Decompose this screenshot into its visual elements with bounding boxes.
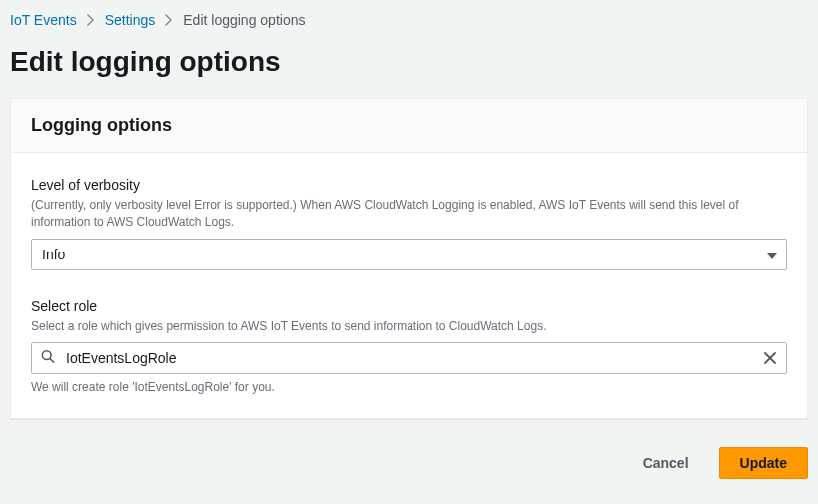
verbosity-description: (Currently, only verbosity level Error i… [31,197,787,231]
role-input[interactable] [31,342,787,374]
verbosity-group: Level of verbosity (Currently, only verb… [31,177,787,270]
chevron-right-icon [87,14,95,26]
verbosity-select-value: Info [31,239,787,270]
breadcrumb-link-iot-events[interactable]: IoT Events [10,12,77,28]
verbosity-label: Level of verbosity [31,177,787,193]
verbosity-select[interactable]: Info [31,239,787,270]
role-input-wrap [31,342,787,374]
chevron-right-icon [165,14,173,26]
logging-options-panel: Logging options Level of verbosity (Curr… [10,98,808,419]
panel-body: Level of verbosity (Currently, only verb… [11,153,807,418]
role-label: Select role [31,298,787,314]
breadcrumb-link-settings[interactable]: Settings [105,12,156,28]
clear-icon[interactable] [761,349,779,367]
page-title: Edit logging options [0,36,818,98]
cancel-button[interactable]: Cancel [623,447,709,479]
update-button[interactable]: Update [719,447,808,479]
role-hint: We will create role 'IotEventsLogRole' f… [31,380,787,394]
role-group: Select role Select a role which gives pe… [31,298,787,395]
breadcrumb-current: Edit logging options [183,12,305,28]
panel-title: Logging options [31,115,787,136]
panel-header: Logging options [11,99,807,153]
role-description: Select a role which gives permission to … [31,318,787,335]
action-bar: Cancel Update [0,419,818,479]
breadcrumb: IoT Events Settings Edit logging options [0,0,818,36]
